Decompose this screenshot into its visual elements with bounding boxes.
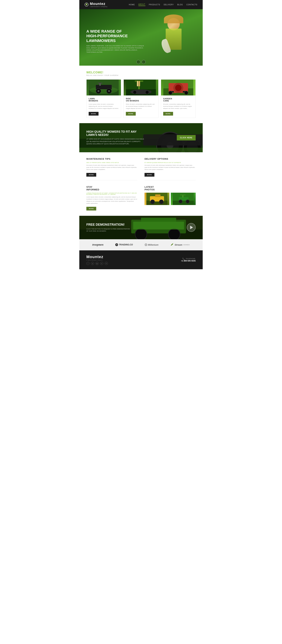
rss-icon-svg	[96, 263, 98, 264]
svg-point-9	[108, 90, 110, 92]
logo-subtitle: Lawnmowers company	[90, 6, 107, 8]
svg-rect-39	[79, 148, 203, 152]
card-garden-image	[161, 80, 196, 96]
partners-bar: troopmen ✕ TRAIDING.CO Millenium Stream …	[79, 239, 203, 250]
millenium-icon-svg	[145, 244, 147, 246]
stay-informed-block: STAY INFORMED LOREM IPSUM DOLOR SIT AMET…	[86, 186, 137, 210]
hero-navigation: ← →	[136, 60, 146, 64]
demo-title: FREE DEMONSTRATION!	[86, 223, 130, 226]
card-ride-content: RIDE ON MOWERS Dolor sit amet, consectet…	[124, 96, 158, 118]
maintenance-block: MAINTENANCE TIPS SED UT PERSPICIATIS UND…	[86, 158, 137, 180]
nav-products[interactable]: PRODUCTS	[149, 4, 160, 6]
card-ride-on-mowers: RIDE ON MOWERS Dolor sit amet, consectet…	[124, 80, 158, 118]
maintenance-more-button[interactable]: MORE	[86, 173, 96, 176]
card-lawn-mowers: LAWN MOWERS Lorem ipsum dolor sit amet, …	[86, 80, 121, 118]
card-lawn-image	[86, 80, 121, 96]
social-googleplus-icon[interactable]: g	[91, 262, 94, 265]
photos-grid	[145, 193, 196, 205]
footer-logo: Mountez	[86, 254, 108, 259]
partner-troopmen: troopmen	[92, 243, 103, 246]
card-garden-more-button[interactable]: MORE	[163, 112, 173, 116]
social-facebook-icon[interactable]: f	[86, 262, 89, 265]
demo-content: FREE DEMONSTRATION! CLICK THE BUTTON TO …	[86, 223, 130, 232]
social-linkedin-icon[interactable]: in	[105, 262, 108, 265]
maintenance-title: MAINTENANCE TIPS	[86, 158, 137, 160]
main-nav: HOME ABOUT PRODUCTS DELIVERY BLOG CONTAC…	[129, 3, 197, 6]
nav-home[interactable]: HOME	[129, 4, 135, 6]
svg-rect-17	[139, 81, 140, 86]
stay-informed-title: STAY INFORMED	[86, 186, 137, 191]
latest-photos-block: LATEST PHOTOS	[145, 186, 196, 210]
phone-icon	[182, 258, 185, 260]
svg-point-44	[159, 200, 164, 204]
welcome-subtitle: RELAX AND ENJOY YOUR GARDEN!	[86, 74, 196, 76]
click-here-button[interactable]: CLICK HERE	[177, 135, 196, 140]
hero-overlay: A WIDE RANGE OF HIGH-PERFORMANCE LAWNMOW…	[79, 9, 203, 58]
svg-point-29	[169, 91, 172, 94]
hero-next-button[interactable]: →	[142, 60, 146, 64]
delivery-block: DELIVERY OPTIONS ET HARUM QUIDEM RERUM F…	[145, 158, 196, 180]
hero-title: A WIDE RANGE OF HIGH-PERFORMANCE LAWNMOW…	[86, 29, 153, 43]
footer-logo-block: Mountez © 2014 PRIVACY POLICY f g p in	[86, 254, 108, 265]
svg-rect-58	[133, 222, 184, 229]
promo-text: AT VERO EOS ET ACCUSAMUS ET IUSTO ODIO D…	[86, 138, 146, 145]
promo-banner: HIGH QUALITY MOWERS TO FIT ANY LAWN'S NE…	[79, 123, 203, 152]
svg-rect-11	[98, 83, 103, 84]
card-ride-more-button[interactable]: MORE	[126, 112, 136, 116]
svg-point-20	[145, 90, 149, 94]
card-garden-content: GARDEN CARE Sit amet, consectetur adipis…	[161, 96, 196, 118]
nav-delivery[interactable]: DELIVERY	[164, 4, 174, 6]
svg-rect-59	[141, 218, 176, 222]
welcome-title: WELCOME!	[86, 71, 196, 74]
delivery-more-button[interactable]: MORE	[145, 173, 154, 176]
stay-informed-more-button[interactable]: MORE	[86, 207, 96, 210]
partner-stream-leaf-icon	[170, 243, 174, 247]
hero-section: A WIDE RANGE OF HIGH-PERFORMANCE LAWNMOW…	[79, 9, 203, 66]
svg-rect-16	[137, 81, 138, 86]
latest-photos-title: LATEST PHOTOS	[145, 186, 196, 191]
nav-blog[interactable]: BLOG	[177, 4, 183, 6]
card-lawn-title: LAWN MOWERS	[89, 98, 119, 102]
logo-text: Mountez	[90, 2, 105, 6]
info-grid: MAINTENANCE TIPS SED UT PERSPICIATIS UND…	[86, 158, 196, 210]
nav-about[interactable]: ABOUT	[138, 3, 145, 6]
partner-millenium-icon	[145, 244, 147, 246]
svg-point-30	[184, 91, 188, 94]
social-rss-icon[interactable]	[95, 262, 99, 265]
card-ride-title: RIDE ON MOWERS	[126, 98, 156, 102]
card-lawn-more-button[interactable]: MORE	[89, 112, 98, 116]
logo-icon	[85, 3, 88, 6]
social-pinterest-icon[interactable]: p	[100, 262, 103, 265]
partner-millenium: Millenium	[145, 244, 158, 246]
demo-play-button[interactable]	[187, 223, 196, 232]
delivery-title: DELIVERY OPTIONS	[145, 158, 196, 160]
info-sections: MAINTENANCE TIPS SED UT PERSPICIATIS UND…	[79, 152, 203, 216]
logo[interactable]: Mountez Lawnmowers company	[85, 2, 107, 8]
promo-title: HIGH QUALITY MOWERS TO FIT ANY LAWN'S NE…	[86, 130, 146, 136]
demo-banner: FREE DEMONSTRATION! CLICK THE BUTTON TO …	[79, 216, 203, 239]
card-ride-image	[124, 80, 158, 96]
svg-point-64	[96, 264, 97, 264]
svg-line-63	[171, 243, 173, 246]
footer-phone: +1 800 605 6035	[181, 260, 196, 262]
maintenance-subtitle: SED UT PERSPICIATIS UNDE OMNIS ISTE NATU…	[86, 162, 137, 163]
partner-stream: Stream BUSINESS	[170, 243, 190, 247]
photo-1-image	[145, 193, 169, 205]
delivery-subtitle: ET HARUM QUIDEM RERUM FACILIS EST ET EXP…	[145, 162, 196, 163]
play-icon	[190, 226, 193, 229]
demo-text: CLICK THE BUTTON TO REQUEST A FREE DEMON…	[86, 228, 130, 232]
photo-thumb-2	[171, 193, 196, 205]
svg-point-1	[86, 4, 87, 5]
promo-content: HIGH QUALITY MOWERS TO FIT ANY LAWN'S NE…	[86, 130, 146, 145]
stream-leaf-icon	[170, 243, 174, 246]
svg-rect-52	[180, 194, 186, 195]
svg-point-50	[186, 200, 190, 203]
welcome-section: WELCOME! RELAX AND ENJOY YOUR GARDEN!	[79, 66, 203, 123]
card-lawn-content: LAWN MOWERS Lorem ipsum dolor sit amet, …	[86, 96, 121, 118]
svg-rect-10	[99, 83, 101, 86]
svg-point-7	[97, 90, 100, 92]
products-grid: LAWN MOWERS Lorem ipsum dolor sit amet, …	[86, 80, 196, 118]
hero-prev-button[interactable]: ←	[136, 60, 140, 64]
nav-contacts[interactable]: CONTACTS	[187, 4, 197, 6]
partner-stream-suffix: BUSINESS	[183, 244, 190, 246]
